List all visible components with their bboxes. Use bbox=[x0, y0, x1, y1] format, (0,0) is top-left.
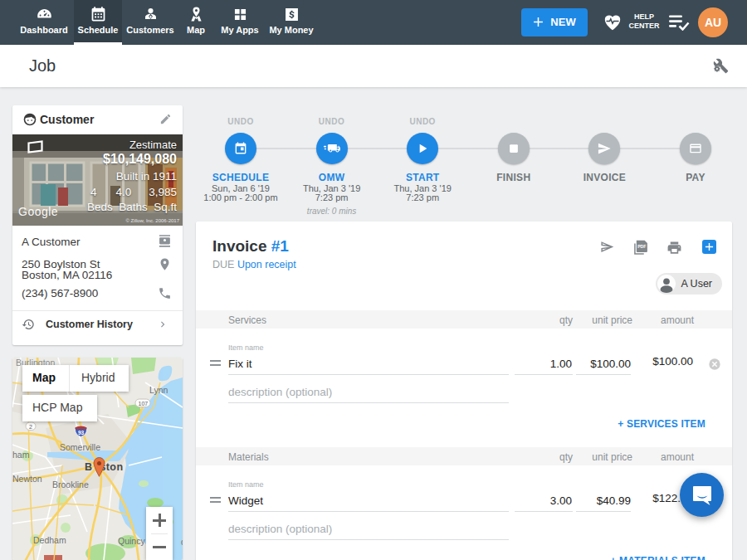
svg-text:Quincy: Quincy bbox=[118, 536, 145, 546]
svg-text:PDF: PDF bbox=[637, 244, 646, 249]
svg-text:Somerville: Somerville bbox=[60, 442, 100, 452]
svg-text:93: 93 bbox=[78, 430, 85, 436]
svg-text:2: 2 bbox=[29, 424, 32, 430]
svg-text:107: 107 bbox=[139, 401, 149, 407]
svg-text:Dedham: Dedham bbox=[33, 535, 66, 545]
svg-text:Lynn: Lynn bbox=[149, 385, 168, 395]
svg-text:Newton: Newton bbox=[12, 474, 42, 484]
svg-text:di: di bbox=[181, 537, 183, 547]
svg-text:ham: ham bbox=[12, 450, 30, 460]
svg-text:Brookline: Brookline bbox=[52, 480, 89, 489]
